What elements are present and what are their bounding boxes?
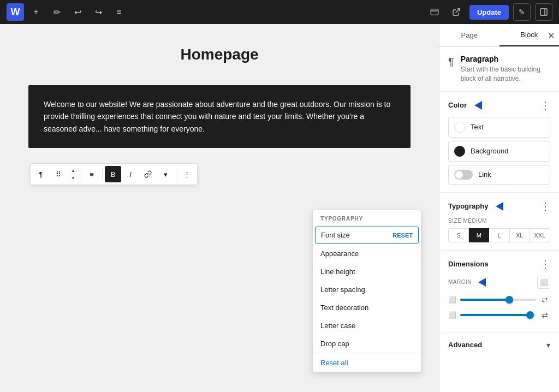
- slider1-options-button[interactable]: ⇄: [539, 294, 550, 305]
- advanced-section: Advanced ▾: [439, 333, 559, 357]
- typography-dropdown-footer: Reset all: [313, 353, 421, 372]
- move-down-button[interactable]: ▼: [68, 174, 79, 182]
- edit-button[interactable]: ✎: [513, 3, 531, 21]
- content-block[interactable]: Welcome to our website! We are passionat…: [28, 85, 411, 148]
- background-color-option[interactable]: Background: [448, 141, 550, 162]
- background-color-circle: [454, 146, 465, 157]
- drop-cap-item[interactable]: Drop cap: [313, 335, 421, 353]
- size-label: SIZE MEDIUM: [448, 218, 550, 224]
- color-arrow-indicator: [474, 101, 482, 110]
- toolbar-separator-2: [102, 169, 103, 180]
- appearance-label: Appearance: [320, 250, 359, 258]
- color-section-menu-button[interactable]: ⋮: [540, 99, 550, 111]
- svg-rect-2: [540, 9, 547, 15]
- slider2-track[interactable]: [460, 314, 536, 316]
- topbar: W + ✏ ↩ ↪ ≡ Update ✎: [0, 0, 559, 24]
- size-l-button[interactable]: L: [489, 228, 509, 242]
- size-s-button[interactable]: S: [448, 228, 469, 242]
- slider1-thumb[interactable]: [506, 296, 513, 304]
- page-title-block: Homepage: [28, 46, 411, 63]
- move-up-button[interactable]: ▲: [68, 167, 79, 174]
- block-info: ¶ Paragraph Start with the basic buildin…: [439, 47, 559, 92]
- size-xxl-button[interactable]: XXL: [530, 228, 550, 242]
- slider2-options-button[interactable]: ⇄: [539, 310, 550, 320]
- page-title[interactable]: Homepage: [28, 46, 411, 63]
- block-description: Start with the basic building block of a…: [461, 65, 550, 84]
- color-options: Text Background Link: [448, 117, 550, 185]
- sidebar-tabs: Page Block ✕: [439, 24, 559, 47]
- slider2-icon: ⬜: [448, 311, 457, 319]
- slider2-fill: [460, 314, 530, 316]
- appearance-item[interactable]: Appearance: [313, 245, 421, 263]
- block-position-stepper: ▲ ▼: [68, 167, 79, 182]
- font-size-label: Font size: [321, 231, 350, 239]
- add-button[interactable]: +: [27, 3, 45, 21]
- letter-case-item[interactable]: Letter case: [313, 317, 421, 335]
- wp-logo[interactable]: W: [7, 3, 24, 21]
- advanced-header[interactable]: Advanced ▾: [448, 341, 550, 349]
- main-layout: Homepage ¶ ⠿ ▲ ▼ ≡: [0, 24, 559, 392]
- link-color-toggle[interactable]: [454, 170, 473, 180]
- text-decoration-item[interactable]: Text decoration: [313, 299, 421, 317]
- editor-area: Homepage ¶ ⠿ ▲ ▼ ≡: [0, 24, 439, 392]
- dimensions-section-menu-button[interactable]: ⋮: [540, 258, 550, 270]
- text-color-label: Text: [471, 123, 484, 131]
- margin-link-button[interactable]: ⬜: [537, 276, 550, 289]
- font-size-reset-button[interactable]: RESET: [393, 232, 413, 239]
- color-section: Color ⋮ Text Background Link: [439, 92, 559, 193]
- line-height-label: Line height: [320, 268, 355, 276]
- link-color-option[interactable]: Link: [448, 165, 550, 185]
- drop-cap-label: Drop cap: [320, 340, 349, 348]
- svg-rect-0: [431, 9, 438, 15]
- paragraph-type-button[interactable]: ¶: [33, 166, 49, 182]
- block-name: Paragraph: [461, 55, 550, 63]
- svg-line-1: [456, 9, 460, 13]
- letter-spacing-label: Letter spacing: [320, 286, 365, 294]
- link-dropdown-button[interactable]: ▾: [157, 166, 174, 182]
- more-options-button[interactable]: ⋮: [179, 166, 195, 182]
- advanced-title: Advanced: [448, 341, 482, 349]
- close-sidebar-button[interactable]: ✕: [548, 30, 555, 40]
- bold-button[interactable]: B: [105, 166, 121, 182]
- external-link-button[interactable]: [448, 3, 465, 21]
- list-view-button[interactable]: ≡: [110, 3, 128, 21]
- typography-dropdown: TYPOGRAPHY Font size RESET Appearance Li…: [312, 210, 421, 372]
- align-button[interactable]: ≡: [84, 166, 100, 182]
- preview-button[interactable]: [426, 3, 443, 21]
- drag-handle-button[interactable]: ⠿: [50, 166, 67, 182]
- reset-all-button[interactable]: Reset all: [320, 359, 348, 367]
- text-color-option[interactable]: Text: [448, 117, 550, 138]
- letter-spacing-item[interactable]: Letter spacing: [313, 281, 421, 299]
- typography-section: Typography ⋮ SIZE MEDIUM S M L XL XXL: [439, 193, 559, 251]
- margin-arrow-indicator: [478, 278, 486, 287]
- block-details: Paragraph Start with the basic building …: [461, 55, 550, 84]
- typography-section-header: Typography ⋮: [448, 200, 550, 212]
- redo-button[interactable]: ↪: [90, 3, 107, 21]
- link-button[interactable]: [140, 166, 156, 182]
- typography-section-menu-button[interactable]: ⋮: [540, 200, 550, 212]
- block-toolbar: ¶ ⠿ ▲ ▼ ≡ B I: [30, 163, 198, 185]
- color-section-header: Color ⋮: [448, 99, 550, 111]
- toolbar-separator-1: [81, 169, 81, 180]
- slider1-track[interactable]: [460, 299, 536, 301]
- slider2-thumb[interactable]: [526, 311, 534, 319]
- slider1-fill: [460, 299, 509, 301]
- content-text: Welcome to our website! We are passionat…: [44, 100, 390, 133]
- topbar-left: W + ✏ ↩ ↪ ≡: [7, 3, 128, 21]
- size-xl-button[interactable]: XL: [510, 228, 530, 242]
- tab-page[interactable]: Page: [439, 24, 499, 46]
- color-section-title: Color: [448, 101, 482, 110]
- update-button[interactable]: Update: [469, 5, 509, 20]
- undo-button[interactable]: ↩: [69, 3, 86, 21]
- tools-button[interactable]: ✏: [48, 3, 66, 21]
- slider-row-2: ⬜ ⇄: [448, 310, 550, 320]
- sidebar-toggle-button[interactable]: [535, 3, 552, 21]
- typography-arrow-indicator: [496, 202, 503, 211]
- dimensions-section: Dimensions ⋮ MARGIN ⬜ ⬜ ⇄: [439, 251, 559, 333]
- font-size-item[interactable]: Font size RESET: [315, 227, 419, 243]
- sidebar: Page Block ✕ ¶ Paragraph Start with the …: [439, 24, 559, 392]
- toolbar-separator-3: [176, 169, 176, 180]
- italic-button[interactable]: I: [122, 166, 139, 182]
- size-m-button[interactable]: M: [469, 228, 489, 242]
- line-height-item[interactable]: Line height: [313, 263, 421, 281]
